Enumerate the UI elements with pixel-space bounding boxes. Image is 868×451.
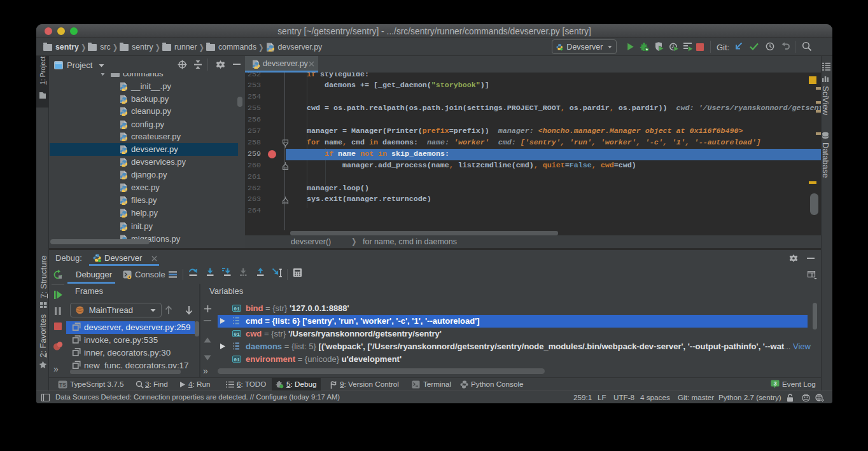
svg-text:3: 3 <box>774 380 777 387</box>
svg-text:TS: TS <box>59 382 66 388</box>
